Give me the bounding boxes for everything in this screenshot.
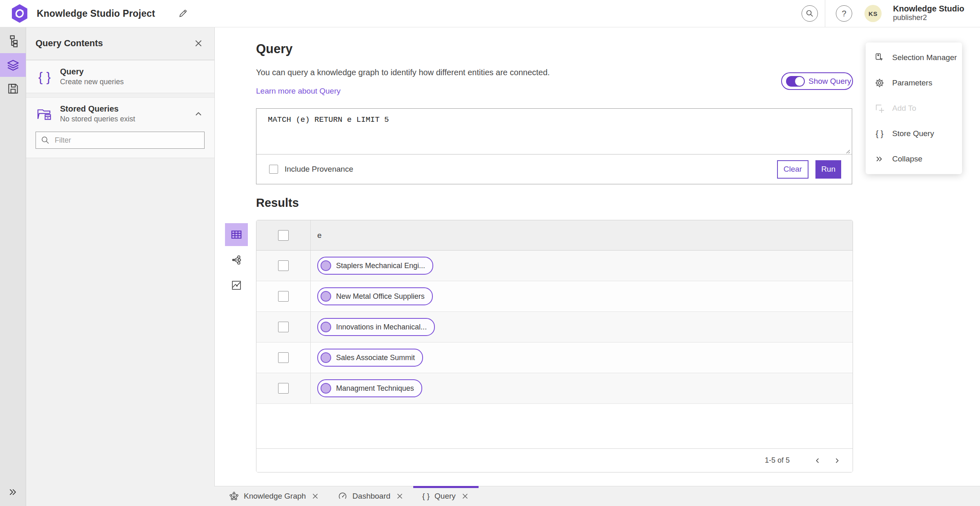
menu-label: Store Query <box>892 129 934 138</box>
entity-chip[interactable]: Innovations in Mechanical... <box>317 318 435 336</box>
menu-item-add-to: Add To <box>866 96 962 121</box>
search-button[interactable] <box>802 5 818 22</box>
menu-item-collapse[interactable]: Collapse <box>866 146 962 172</box>
show-query-toggle[interactable]: Show Query <box>781 72 853 90</box>
stored-queries-folder-icon <box>36 107 53 121</box>
main-content: Query You can query a knowledge graph to… <box>214 27 980 486</box>
table-header-row: e <box>256 220 853 251</box>
knowledge-graph-icon <box>229 491 239 501</box>
selection-manager-icon <box>874 52 885 63</box>
tab-knowledge-graph[interactable]: Knowledge Graph <box>220 486 329 506</box>
braces-icon: { } <box>422 492 430 501</box>
query-input[interactable]: MATCH (e) RETURN e LIMIT 5 <box>256 109 852 154</box>
close-tab-icon[interactable] <box>395 492 404 501</box>
sidebar-item-layers[interactable] <box>0 53 26 77</box>
stored-queries-block: Stored Queries No stored queries exist <box>26 97 214 158</box>
collapse-section-button[interactable] <box>192 110 205 118</box>
braces-icon: { } <box>874 129 885 139</box>
clear-button[interactable]: Clear <box>777 160 808 179</box>
knowledge-studio-app: Knowledge Studio Project ? KS Knowledge … <box>0 0 980 506</box>
double-chevron-right-icon <box>8 487 18 497</box>
help-button[interactable]: ? <box>836 5 852 22</box>
row-checkbox[interactable] <box>278 352 289 363</box>
entity-label: Managment Techniques <box>336 384 414 393</box>
filter-input[interactable] <box>36 132 205 149</box>
row-value-cell: New Metal Office Suppliers <box>311 281 853 311</box>
entity-icon <box>321 291 331 302</box>
menu-item-selection-manager[interactable]: Selection Manager <box>866 45 962 70</box>
menu-item-store-query[interactable]: { } Store Query <box>866 121 962 146</box>
table-view-button[interactable] <box>225 223 248 246</box>
learn-more-link[interactable]: Learn more about Query <box>256 87 341 96</box>
row-value-cell: Innovations in Mechanical... <box>311 312 853 342</box>
row-checkbox[interactable] <box>278 260 289 271</box>
toggle-switch-icon <box>786 76 805 87</box>
query-action-menu: Selection Manager Parameters Add To <box>866 43 962 174</box>
tab-dashboard[interactable]: Dashboard <box>329 486 413 506</box>
tab-label: Dashboard <box>352 492 390 501</box>
panel-item-query[interactable]: { } Query Create new queries <box>26 60 214 93</box>
row-checkbox[interactable] <box>278 291 289 302</box>
previous-page-button[interactable] <box>809 452 826 469</box>
close-tab-icon[interactable] <box>311 492 320 501</box>
stored-item-subtitle: No stored queries exist <box>60 115 192 123</box>
chevron-right-icon <box>834 457 840 464</box>
close-panel-button[interactable] <box>192 37 205 49</box>
sidebar-item-save[interactable] <box>0 77 26 101</box>
include-provenance-label[interactable]: Include Provenance <box>285 165 353 174</box>
avatar[interactable]: KS <box>864 5 882 22</box>
menu-label: Parameters <box>892 78 932 87</box>
table-row: Innovations in Mechanical... <box>256 312 853 343</box>
expand-rail-button[interactable] <box>0 483 26 501</box>
show-query-label: Show Query <box>808 77 851 86</box>
entity-chip[interactable]: Sales Associate Summit <box>317 349 423 367</box>
resize-handle-icon[interactable] <box>844 148 850 154</box>
row-value-cell: Staplers Mechanical Engi... <box>311 251 853 281</box>
results-table: e Staplers Mechanical Engi... New Metal … <box>256 220 853 472</box>
org-chart-icon <box>6 34 20 48</box>
user-info[interactable]: Knowledge Studio publisher2 <box>893 4 964 22</box>
query-heading: Query <box>256 42 293 56</box>
close-icon <box>195 40 202 47</box>
close-tab-icon[interactable] <box>461 492 470 501</box>
menu-item-parameters[interactable]: Parameters <box>866 70 962 96</box>
row-checkbox[interactable] <box>278 383 289 394</box>
entity-label: New Metal Office Suppliers <box>336 292 425 301</box>
table-row: Managment Techniques <box>256 373 853 404</box>
panel-item-stored-queries[interactable]: Stored Queries No stored queries exist <box>26 98 214 130</box>
row-value-cell: Sales Associate Summit <box>311 343 853 373</box>
next-page-button[interactable] <box>829 452 845 469</box>
entity-icon <box>321 322 331 332</box>
query-item-title: Query <box>60 67 205 76</box>
panel-header: Query Contents <box>26 27 214 60</box>
project-title: Knowledge Studio Project <box>37 0 155 27</box>
entity-icon <box>321 383 331 394</box>
entity-label: Innovations in Mechanical... <box>336 323 427 331</box>
sidebar-item-data-model[interactable] <box>0 29 26 53</box>
entity-chip[interactable]: Managment Techniques <box>317 379 422 397</box>
table-row: Sales Associate Summit <box>256 343 853 373</box>
row-checkbox[interactable] <box>278 322 289 332</box>
row-checkbox-cell <box>256 251 311 281</box>
link-chart-icon <box>231 254 242 266</box>
link-chart-view-button[interactable] <box>225 249 248 271</box>
app-logo-icon[interactable] <box>11 4 29 23</box>
run-button[interactable]: Run <box>815 160 841 179</box>
table-icon <box>230 228 243 241</box>
select-all-checkbox[interactable] <box>278 230 289 241</box>
column-header-e[interactable]: e <box>311 220 853 250</box>
table-row: New Metal Office Suppliers <box>256 281 853 312</box>
tab-query[interactable]: { } Query <box>413 486 479 506</box>
header-checkbox-cell <box>256 220 311 250</box>
row-value-cell: Managment Techniques <box>311 373 853 403</box>
entity-chip[interactable]: Staplers Mechanical Engi... <box>317 257 433 275</box>
include-provenance-checkbox[interactable] <box>269 165 278 174</box>
map-icon <box>231 280 242 291</box>
query-item-subtitle: Create new queries <box>60 78 205 86</box>
entity-icon <box>321 260 331 271</box>
entity-chip[interactable]: New Metal Office Suppliers <box>317 287 433 305</box>
row-checkbox-cell <box>256 343 311 373</box>
map-view-button[interactable] <box>225 274 248 297</box>
edit-title-button[interactable] <box>176 7 189 20</box>
stored-item-title: Stored Queries <box>60 104 192 114</box>
